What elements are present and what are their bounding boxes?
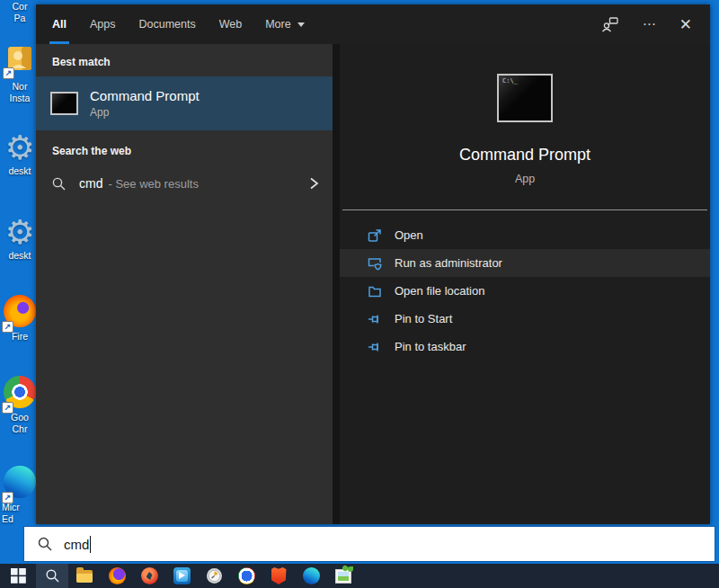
search-icon (45, 568, 60, 584)
web-search-result[interactable]: cmd - See web results (36, 165, 333, 201)
desktop-icon-firefox[interactable]: ↗ Fire (0, 295, 40, 343)
result-title: Command Prompt (90, 88, 200, 103)
taskbar-firefox[interactable] (101, 564, 133, 588)
pin-icon (367, 339, 383, 355)
file-explorer-icon (76, 570, 93, 583)
search-flyout-panel: All Apps Documents Web More ⋯ ✕ (36, 4, 710, 524)
photos-app-icon (335, 569, 351, 584)
windows-desktop: Cor Pa ↗ Nor Insta ⚙ deskt ⚙ deskt ↗ Fir… (0, 0, 719, 588)
shortcut-arrow-icon: ↗ (2, 402, 13, 414)
preview-pane: C:\_ Command Prompt App Open (340, 44, 710, 524)
taskbar-clock-app[interactable] (198, 564, 230, 588)
search-web-header: Search the web (36, 130, 333, 165)
chrome-icon (238, 567, 255, 584)
taskbar-search-input[interactable]: cmd (23, 526, 715, 562)
action-open-file-location[interactable]: Open file location (340, 277, 710, 305)
action-pin-to-taskbar[interactable]: Pin to taskbar (340, 333, 710, 361)
taskbar-file-explorer[interactable] (68, 564, 101, 588)
desktop-icon-control-panel[interactable]: Cor Pa (0, 1, 40, 23)
taskbar-photos-app[interactable] (327, 564, 360, 588)
shortcut-arrow-icon: ↗ (3, 67, 14, 79)
start-button[interactable] (0, 564, 36, 588)
edge-icon (303, 567, 320, 584)
filter-tabs: All Apps Documents Web More (52, 4, 305, 44)
taskbar (0, 564, 719, 588)
action-run-as-administrator[interactable]: Run as administrator (340, 249, 710, 277)
desktop-icon-desktop-ini-2[interactable]: ⚙ deskt (0, 216, 40, 262)
web-query-suffix: - See web results (108, 177, 198, 191)
text-caret (90, 536, 91, 553)
best-match-result-command-prompt[interactable]: Command Prompt App (36, 76, 333, 130)
shortcut-arrow-icon: ↗ (2, 321, 13, 333)
red-round-app-icon (141, 567, 158, 584)
folder-location-icon (367, 283, 383, 299)
desktop-label: Chr (13, 423, 28, 434)
pin-icon (367, 311, 383, 327)
desktop-label: Insta (10, 93, 31, 103)
desktop-icon-edge[interactable]: ↗ Micr Ed (0, 466, 40, 524)
taskbar-chrome[interactable] (230, 564, 262, 588)
search-filter-bar: All Apps Documents Web More ⋯ ✕ (36, 4, 710, 44)
installer-icon: ↗ (4, 45, 35, 77)
edge-icon: ↗ (4, 466, 36, 502)
more-options-icon[interactable]: ⋯ (643, 16, 656, 32)
desktop-label: Goo (11, 412, 29, 423)
user-account-icon[interactable] (601, 16, 619, 33)
preview-title: Command Prompt (340, 146, 710, 165)
result-subtitle: App (90, 106, 200, 119)
tab-documents[interactable]: Documents (138, 4, 195, 44)
chevron-down-icon (297, 22, 305, 27)
tab-apps[interactable]: Apps (90, 4, 116, 44)
desktop-icon-chrome[interactable]: ↗ Goo Chr (0, 376, 40, 434)
gear-icon: ⚙ (0, 216, 40, 250)
results-pane: Best match Command Prompt App Search the… (36, 44, 333, 524)
action-open[interactable]: Open (340, 221, 710, 249)
desktop-label: deskt (8, 165, 31, 176)
action-list: Open Run as administrator (340, 221, 710, 361)
desktop-icon-norton-installer[interactable]: ↗ Nor Insta (0, 45, 40, 103)
tab-more[interactable]: More (265, 4, 304, 44)
desktop-label: deskt (8, 250, 31, 261)
desktop-label: Nor (13, 81, 28, 92)
chevron-right-icon (307, 176, 320, 191)
blue-arrow-app-icon (173, 567, 191, 584)
pane-divider (333, 44, 340, 524)
clock-app-icon (206, 567, 223, 584)
desktop-icon-desktop-ini[interactable]: ⚙ deskt (0, 131, 40, 177)
firefox-icon: ↗ (4, 295, 36, 331)
taskbar-brave[interactable] (262, 564, 295, 588)
chrome-icon: ↗ (4, 376, 36, 412)
taskbar-blue-arrow-app[interactable] (165, 564, 198, 588)
brave-icon (271, 567, 287, 584)
preview-subtitle: App (340, 173, 710, 185)
tab-all[interactable]: All (52, 4, 67, 44)
web-query: cmd (79, 176, 102, 191)
search-icon (51, 176, 67, 192)
desktop-label: Fire (12, 331, 28, 342)
desktop-label: Ed (2, 513, 13, 524)
search-input-value: cmd (64, 537, 89, 552)
firefox-icon (109, 567, 126, 584)
taskbar-edge[interactable] (295, 564, 327, 588)
windows-logo-icon (11, 568, 26, 584)
desktop-label: Cor (13, 1, 28, 12)
tab-web[interactable]: Web (219, 4, 242, 44)
desktop-label: Pa (14, 13, 26, 23)
cmd-prompt-marks: C:\_ (502, 77, 518, 85)
taskbar-red-app[interactable] (133, 564, 165, 588)
shield-window-icon (367, 255, 383, 272)
action-pin-to-start[interactable]: Pin to Start (340, 305, 710, 333)
gear-icon: ⚙ (0, 131, 40, 165)
open-external-icon (367, 227, 383, 244)
shortcut-arrow-icon: ↗ (2, 492, 13, 503)
command-prompt-icon (50, 92, 78, 115)
separator (342, 209, 707, 210)
best-match-header: Best match (36, 44, 333, 76)
command-prompt-icon-large: C:\_ (497, 74, 553, 122)
taskbar-search-button[interactable] (36, 564, 68, 588)
search-icon (37, 536, 53, 552)
close-icon[interactable]: ✕ (679, 15, 692, 34)
